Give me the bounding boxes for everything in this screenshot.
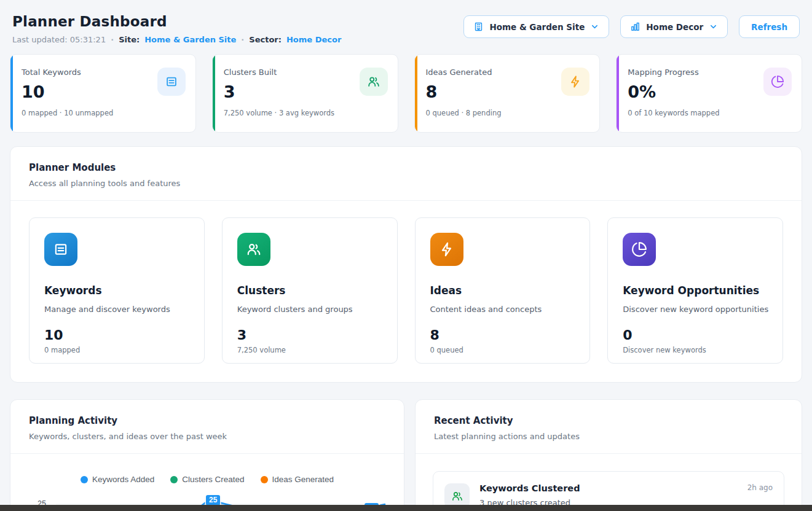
module-description: Content ideas and concepts (430, 305, 577, 314)
file-text-icon (44, 233, 77, 266)
header-left: Planner Dashboard Last updated: 05:31:21… (12, 14, 341, 44)
stat-sub: 7,250 volume · 3 avg keywords (224, 109, 334, 117)
stat-sub: 0 mapped · 10 unmapped (22, 109, 113, 117)
pie-chart-icon (623, 233, 656, 266)
stat-card-ideas-generated: Ideas Generated 8 0 queued · 8 pending (414, 54, 601, 133)
panel-title: Planning Activity (29, 415, 385, 426)
module-title: Keyword Opportunities (623, 284, 769, 297)
activity-timestamp: 2h ago (747, 483, 773, 492)
module-stat: 10 (44, 327, 191, 343)
module-card-clusters[interactable]: Clusters Keyword clusters and groups 3 7… (222, 217, 398, 364)
meta-row: Last updated: 05:31:21 · Site: Home & Ga… (12, 35, 341, 44)
stat-card-text: Clusters Built 3 7,250 volume · 3 avg ke… (224, 64, 334, 123)
module-card-keywords[interactable]: Keywords Manage and discover keywords 10… (29, 217, 205, 364)
legend-label: Clusters Created (182, 475, 244, 484)
stat-card-total-keywords: Total Keywords 10 0 mapped · 10 unmapped (10, 54, 196, 133)
header-actions: Home & Garden Site Home Decor Refresh (463, 15, 800, 38)
panel-subtitle: Keywords, clusters, and ideas over the p… (29, 432, 385, 441)
module-sub: 0 mapped (44, 346, 191, 354)
legend-dot-icon (170, 476, 178, 483)
stat-card-text: Mapping Progress 0% 0 of 10 keywords map… (628, 64, 719, 123)
stat-value: 3 (224, 82, 334, 101)
data-label-25: 25 (206, 495, 220, 505)
refresh-button[interactable]: Refresh (739, 15, 800, 38)
zap-icon (561, 68, 589, 96)
stat-card-clusters-built: Clusters Built 3 7,250 volume · 3 avg ke… (212, 54, 398, 133)
module-title: Keywords (44, 284, 191, 297)
refresh-button-label: Refresh (751, 22, 787, 32)
bar-chart-icon (630, 21, 641, 32)
module-card-keyword-opportunities[interactable]: Keyword Opportunities Discover new keywo… (607, 217, 783, 364)
recent-activity-header: Recent Activity Latest planning actions … (416, 400, 802, 453)
module-stat: 3 (237, 327, 384, 343)
stat-card-mapping-progress: Mapping Progress 0% 0 of 10 keywords map… (616, 54, 802, 133)
planner-modules-panel: Planner Modules Access all planning tool… (10, 146, 802, 383)
sector-label: Sector: (249, 35, 282, 44)
stat-value: 8 (426, 82, 502, 101)
planning-activity-header: Planning Activity Keywords, clusters, an… (10, 400, 404, 453)
page-header: Planner Dashboard Last updated: 05:31:21… (10, 9, 802, 44)
bottom-row: Planning Activity Keywords, clusters, an… (10, 399, 802, 511)
building-icon (473, 21, 484, 32)
meta-separator: · (241, 35, 244, 44)
bottom-dark-strip (0, 505, 812, 511)
module-sub: 0 queued (430, 346, 577, 354)
site-selector-dropdown[interactable]: Home & Garden Site (463, 15, 609, 38)
stat-label: Clusters Built (224, 68, 334, 77)
pie-chart-icon (763, 68, 792, 96)
divider (10, 453, 404, 454)
users-icon (237, 233, 270, 266)
module-description: Keyword clusters and groups (237, 305, 384, 314)
recent-activity-card: Recent Activity Latest planning actions … (415, 399, 802, 511)
planning-activity-card: Planning Activity Keywords, clusters, an… (10, 399, 404, 511)
chevron-down-icon (590, 22, 599, 31)
stat-label: Total Keywords (22, 68, 113, 77)
legend-dot-icon (81, 476, 88, 483)
legend-label: Ideas Generated (272, 475, 334, 484)
module-description: Manage and discover keywords (44, 305, 191, 314)
stats-row: Total Keywords 10 0 mapped · 10 unmapped… (10, 54, 802, 133)
page-title: Planner Dashboard (12, 14, 341, 29)
stat-sub: 0 of 10 keywords mapped (628, 109, 719, 117)
stat-label: Ideas Generated (426, 68, 502, 77)
stat-card-text: Ideas Generated 8 0 queued · 8 pending (426, 64, 502, 123)
module-stat: 0 (623, 327, 769, 343)
panel-title: Planner Modules (29, 162, 783, 173)
panel-title: Recent Activity (434, 415, 783, 426)
recent-activity-list: Keywords Clustered 2h ago 3 new clusters… (416, 454, 802, 511)
site-link[interactable]: Home & Garden Site (144, 35, 236, 44)
legend-dot-icon (261, 476, 268, 483)
module-card-ideas[interactable]: Ideas Content ideas and concepts 8 0 que… (415, 217, 591, 364)
module-sub: 7,250 volume (237, 346, 384, 354)
panel-subtitle: Latest planning actions and updates (434, 432, 783, 441)
module-title: Ideas (430, 284, 577, 297)
sector-selector-label: Home Decor (646, 22, 703, 32)
planner-dashboard-page: Planner Dashboard Last updated: 05:31:21… (0, 0, 812, 511)
module-title: Clusters (237, 284, 384, 297)
legend-item-keywords-added[interactable]: Keywords Added (81, 475, 154, 484)
planner-modules-header: Planner Modules Access all planning tool… (10, 147, 802, 200)
modules-grid: Keywords Manage and discover keywords 10… (10, 201, 802, 382)
sector-selector-dropdown[interactable]: Home Decor (620, 15, 728, 38)
last-updated-text: Last updated: 05:31:21 (12, 35, 106, 44)
chart-legend: Keywords Added Clusters Created Ideas Ge… (28, 475, 387, 484)
users-icon (360, 68, 388, 96)
legend-item-ideas-generated[interactable]: Ideas Generated (261, 475, 334, 484)
stat-label: Mapping Progress (628, 68, 719, 77)
sector-link[interactable]: Home Decor (286, 35, 341, 44)
stat-value: 0% (628, 82, 719, 101)
activity-title: Keywords Clustered (479, 483, 580, 493)
file-text-icon (157, 68, 186, 96)
zap-icon (430, 233, 463, 266)
meta-separator: · (111, 35, 114, 44)
module-stat: 8 (430, 327, 577, 343)
chevron-down-icon (709, 22, 718, 31)
module-description: Discover new keyword opportunities (623, 305, 769, 314)
stat-card-text: Total Keywords 10 0 mapped · 10 unmapped (22, 64, 113, 123)
site-selector-label: Home & Garden Site (489, 22, 585, 32)
legend-item-clusters-created[interactable]: Clusters Created (170, 475, 244, 484)
panel-subtitle: Access all planning tools and features (29, 179, 783, 188)
stat-sub: 0 queued · 8 pending (426, 109, 502, 117)
module-sub: Discover new keywords (623, 346, 769, 354)
site-label: Site: (119, 35, 140, 44)
